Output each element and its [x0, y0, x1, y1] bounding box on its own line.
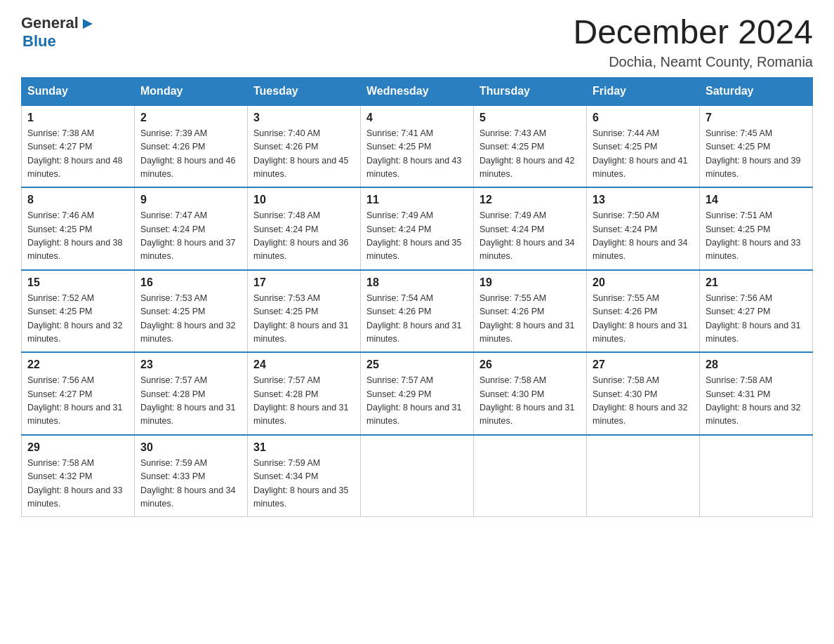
table-row: 27Sunrise: 7:58 AMSunset: 4:30 PMDayligh…: [587, 352, 700, 435]
table-row: 21Sunrise: 7:56 AMSunset: 4:27 PMDayligh…: [700, 270, 813, 353]
table-row: 22Sunrise: 7:56 AMSunset: 4:27 PMDayligh…: [22, 352, 135, 435]
day-number: 26: [479, 358, 581, 371]
table-row: 28Sunrise: 7:58 AMSunset: 4:31 PMDayligh…: [700, 352, 813, 435]
day-number: 29: [27, 441, 128, 454]
day-number: 6: [593, 112, 694, 124]
table-row: 14Sunrise: 7:51 AMSunset: 4:25 PMDayligh…: [700, 187, 813, 270]
table-row: 2Sunrise: 7:39 AMSunset: 4:26 PMDaylight…: [135, 105, 248, 188]
day-number: 27: [593, 358, 694, 371]
day-info: Sunrise: 7:55 AMSunset: 4:26 PMDaylight:…: [593, 292, 694, 347]
table-row: 25Sunrise: 7:57 AMSunset: 4:29 PMDayligh…: [361, 352, 474, 435]
day-info: Sunrise: 7:48 AMSunset: 4:24 PMDaylight:…: [253, 209, 355, 264]
table-row: 7Sunrise: 7:45 AMSunset: 4:25 PMDaylight…: [700, 105, 813, 188]
table-row: [474, 435, 587, 517]
day-info: Sunrise: 7:41 AMSunset: 4:25 PMDaylight:…: [366, 127, 468, 182]
calendar-week-row: 15Sunrise: 7:52 AMSunset: 4:25 PMDayligh…: [22, 270, 813, 353]
day-info: Sunrise: 7:58 AMSunset: 4:30 PMDaylight:…: [593, 374, 694, 429]
day-number: 14: [706, 194, 807, 206]
day-info: Sunrise: 7:59 AMSunset: 4:34 PMDaylight:…: [253, 457, 355, 511]
day-number: 4: [366, 112, 468, 124]
logo: General Blue: [21, 14, 95, 51]
day-number: 20: [593, 276, 694, 289]
day-info: Sunrise: 7:57 AMSunset: 4:28 PMDaylight:…: [140, 374, 241, 429]
day-number: 10: [253, 194, 355, 206]
day-info: Sunrise: 7:56 AMSunset: 4:27 PMDaylight:…: [706, 292, 807, 347]
table-row: 23Sunrise: 7:57 AMSunset: 4:28 PMDayligh…: [135, 352, 248, 435]
day-info: Sunrise: 7:44 AMSunset: 4:25 PMDaylight:…: [593, 127, 694, 182]
day-info: Sunrise: 7:45 AMSunset: 4:25 PMDaylight:…: [706, 127, 807, 182]
table-row: 12Sunrise: 7:49 AMSunset: 4:24 PMDayligh…: [474, 187, 587, 270]
table-row: [587, 435, 700, 517]
table-row: [700, 435, 813, 517]
calendar-header-row: Sunday Monday Tuesday Wednesday Thursday…: [22, 77, 813, 105]
table-row: 13Sunrise: 7:50 AMSunset: 4:24 PMDayligh…: [587, 187, 700, 270]
table-row: 16Sunrise: 7:53 AMSunset: 4:25 PMDayligh…: [135, 270, 248, 353]
day-number: 30: [140, 441, 241, 454]
logo-blue-text: Blue: [21, 32, 95, 51]
table-row: 30Sunrise: 7:59 AMSunset: 4:33 PMDayligh…: [135, 435, 248, 517]
day-number: 25: [366, 358, 468, 371]
table-row: 5Sunrise: 7:43 AMSunset: 4:25 PMDaylight…: [474, 105, 587, 188]
col-monday: Monday: [135, 77, 248, 105]
col-wednesday: Wednesday: [361, 77, 474, 105]
day-number: 28: [706, 358, 807, 371]
calendar-week-row: 29Sunrise: 7:58 AMSunset: 4:32 PMDayligh…: [22, 435, 813, 517]
day-number: 8: [27, 194, 128, 206]
day-info: Sunrise: 7:58 AMSunset: 4:30 PMDaylight:…: [479, 374, 581, 429]
day-info: Sunrise: 7:58 AMSunset: 4:32 PMDaylight:…: [27, 457, 128, 511]
day-info: Sunrise: 7:49 AMSunset: 4:24 PMDaylight:…: [366, 209, 468, 264]
page-header: General Blue December 2024 Dochia, Neamt…: [21, 14, 813, 70]
calendar-week-row: 8Sunrise: 7:46 AMSunset: 4:25 PMDaylight…: [22, 187, 813, 270]
day-number: 1: [27, 112, 128, 124]
table-row: 19Sunrise: 7:55 AMSunset: 4:26 PMDayligh…: [474, 270, 587, 353]
svg-marker-0: [83, 19, 93, 29]
col-tuesday: Tuesday: [248, 77, 361, 105]
day-number: 24: [253, 358, 355, 371]
table-row: 29Sunrise: 7:58 AMSunset: 4:32 PMDayligh…: [22, 435, 135, 517]
day-number: 3: [253, 112, 355, 124]
day-info: Sunrise: 7:52 AMSunset: 4:25 PMDaylight:…: [27, 292, 128, 347]
day-info: Sunrise: 7:58 AMSunset: 4:31 PMDaylight:…: [706, 374, 807, 429]
day-info: Sunrise: 7:50 AMSunset: 4:24 PMDaylight:…: [593, 209, 694, 264]
col-thursday: Thursday: [474, 77, 587, 105]
day-info: Sunrise: 7:59 AMSunset: 4:33 PMDaylight:…: [140, 457, 241, 511]
day-info: Sunrise: 7:51 AMSunset: 4:25 PMDaylight:…: [706, 209, 807, 264]
month-title: December 2024: [573, 14, 813, 51]
day-info: Sunrise: 7:38 AMSunset: 4:27 PMDaylight:…: [27, 127, 128, 182]
day-info: Sunrise: 7:53 AMSunset: 4:25 PMDaylight:…: [253, 292, 355, 347]
calendar-week-row: 22Sunrise: 7:56 AMSunset: 4:27 PMDayligh…: [22, 352, 813, 435]
day-number: 7: [706, 112, 807, 124]
day-number: 2: [140, 112, 241, 124]
table-row: 26Sunrise: 7:58 AMSunset: 4:30 PMDayligh…: [474, 352, 587, 435]
day-number: 11: [366, 194, 468, 206]
day-info: Sunrise: 7:55 AMSunset: 4:26 PMDaylight:…: [479, 292, 581, 347]
day-info: Sunrise: 7:56 AMSunset: 4:27 PMDaylight:…: [27, 374, 128, 429]
day-info: Sunrise: 7:49 AMSunset: 4:24 PMDaylight:…: [479, 209, 581, 264]
col-sunday: Sunday: [22, 77, 135, 105]
day-number: 19: [479, 276, 581, 289]
table-row: 11Sunrise: 7:49 AMSunset: 4:24 PMDayligh…: [361, 187, 474, 270]
day-info: Sunrise: 7:57 AMSunset: 4:28 PMDaylight:…: [253, 374, 355, 429]
day-info: Sunrise: 7:40 AMSunset: 4:26 PMDaylight:…: [253, 127, 355, 182]
day-number: 16: [140, 276, 241, 289]
title-block: December 2024 Dochia, Neamt County, Roma…: [573, 14, 813, 70]
day-number: 23: [140, 358, 241, 371]
day-number: 13: [593, 194, 694, 206]
table-row: 20Sunrise: 7:55 AMSunset: 4:26 PMDayligh…: [587, 270, 700, 353]
day-info: Sunrise: 7:57 AMSunset: 4:29 PMDaylight:…: [366, 374, 468, 429]
day-number: 15: [27, 276, 128, 289]
day-info: Sunrise: 7:53 AMSunset: 4:25 PMDaylight:…: [140, 292, 241, 347]
day-info: Sunrise: 7:47 AMSunset: 4:24 PMDaylight:…: [140, 209, 241, 264]
day-number: 17: [253, 276, 355, 289]
table-row: 6Sunrise: 7:44 AMSunset: 4:25 PMDaylight…: [587, 105, 700, 188]
table-row: 17Sunrise: 7:53 AMSunset: 4:25 PMDayligh…: [248, 270, 361, 353]
calendar-week-row: 1Sunrise: 7:38 AMSunset: 4:27 PMDaylight…: [22, 105, 813, 188]
table-row: 15Sunrise: 7:52 AMSunset: 4:25 PMDayligh…: [22, 270, 135, 353]
day-info: Sunrise: 7:43 AMSunset: 4:25 PMDaylight:…: [479, 127, 581, 182]
table-row: 31Sunrise: 7:59 AMSunset: 4:34 PMDayligh…: [248, 435, 361, 517]
logo-arrow-icon: [80, 16, 95, 32]
col-friday: Friday: [587, 77, 700, 105]
day-number: 12: [479, 194, 581, 206]
table-row: 1Sunrise: 7:38 AMSunset: 4:27 PMDaylight…: [22, 105, 135, 188]
table-row: 4Sunrise: 7:41 AMSunset: 4:25 PMDaylight…: [361, 105, 474, 188]
